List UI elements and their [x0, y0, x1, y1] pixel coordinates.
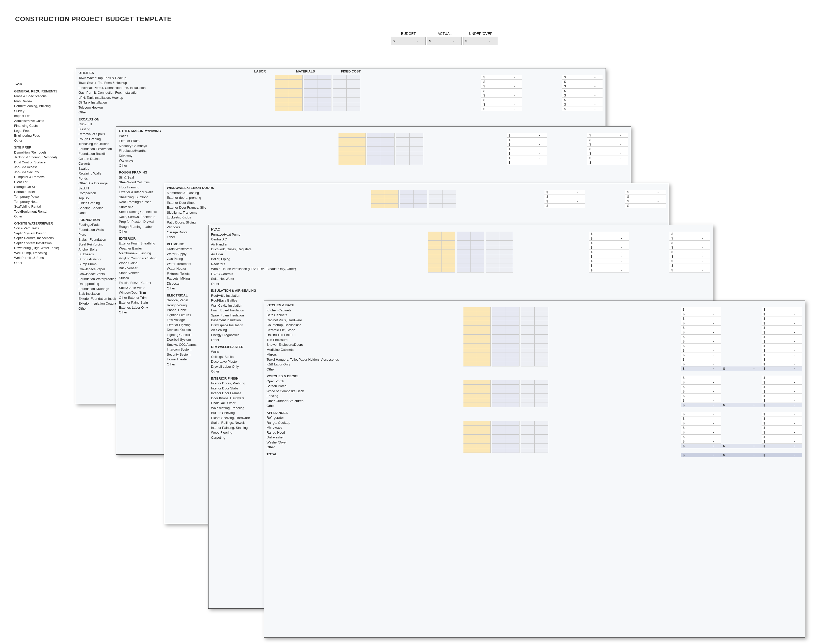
input-row[interactable] [338, 133, 423, 138]
input-row[interactable] [463, 430, 548, 435]
underover-cell[interactable]: $- [625, 199, 666, 204]
input-row[interactable] [428, 236, 513, 241]
underover-cell[interactable]: $- [669, 263, 710, 268]
underover-cell[interactable]: $- [562, 102, 603, 107]
input-row[interactable] [463, 316, 548, 321]
underover-cell[interactable]: $- [762, 421, 802, 425]
budget-cell[interactable]: $- [681, 398, 721, 403]
budget-cell[interactable]: $- [681, 339, 721, 344]
budget-cell[interactable]: $- [681, 380, 721, 385]
input-row[interactable] [463, 394, 548, 398]
input-row[interactable] [463, 335, 548, 339]
input-row[interactable] [463, 325, 548, 330]
input-row[interactable] [463, 339, 548, 344]
underover-cell[interactable]: $- [562, 89, 603, 93]
underover-cell[interactable]: $- [762, 321, 802, 325]
underover-cell[interactable]: $- [762, 430, 802, 435]
budget-cell[interactable]: $- [681, 308, 721, 312]
underover-cell[interactable]: $- [762, 394, 802, 398]
underover-cell[interactable]: $- [669, 259, 710, 263]
input-row[interactable] [428, 245, 513, 250]
underover-cell[interactable]: $- [625, 190, 666, 195]
underover-cell[interactable]: $- [762, 412, 802, 417]
input-row[interactable] [463, 344, 548, 348]
input-row[interactable] [463, 444, 548, 448]
input-row[interactable] [275, 75, 360, 80]
budget-cell[interactable]: $- [507, 138, 547, 142]
budget-cell[interactable]: $- [681, 375, 721, 380]
budget-cell[interactable]: $- [681, 430, 721, 435]
underover-cell[interactable]: $- [762, 312, 802, 316]
underover-cell[interactable]: $- [762, 417, 802, 421]
input-row[interactable] [275, 80, 360, 84]
underover-cell[interactable]: $- [669, 241, 710, 245]
input-row[interactable] [428, 263, 513, 268]
budget-cell[interactable]: $- [481, 102, 522, 107]
summary-budget-value[interactable]: $- [391, 37, 426, 45]
budget-cell[interactable]: $- [681, 435, 721, 439]
budget-cell[interactable]: $- [507, 142, 547, 147]
input-row[interactable] [338, 156, 423, 160]
input-row[interactable] [275, 89, 360, 93]
input-row[interactable] [463, 403, 548, 407]
input-row[interactable] [463, 357, 548, 362]
underover-cell[interactable]: $- [762, 389, 802, 394]
budget-cell[interactable]: $- [589, 268, 629, 272]
budget-cell[interactable]: $- [589, 241, 629, 245]
budget-cell[interactable]: $- [589, 254, 629, 259]
underover-cell[interactable]: $- [762, 348, 802, 353]
underover-cell[interactable]: $- [762, 375, 802, 380]
budget-cell[interactable]: $- [507, 160, 547, 165]
input-row[interactable] [463, 425, 548, 430]
underover-cell[interactable]: $- [762, 330, 802, 335]
underover-cell[interactable]: $- [562, 98, 603, 102]
budget-cell[interactable]: $- [681, 425, 721, 430]
budget-cell[interactable]: $- [681, 330, 721, 335]
input-row[interactable] [463, 362, 548, 367]
budget-cell[interactable]: $- [681, 417, 721, 421]
input-row[interactable] [275, 102, 360, 107]
input-row[interactable] [463, 398, 548, 403]
summary-actual-value[interactable]: $- [427, 37, 462, 45]
input-row[interactable] [338, 142, 423, 147]
underover-cell[interactable]: $- [562, 84, 603, 89]
underover-cell[interactable]: $- [587, 133, 628, 138]
input-row[interactable] [428, 268, 513, 272]
budget-cell[interactable]: $- [681, 348, 721, 353]
budget-cell[interactable]: $- [589, 259, 629, 263]
underover-cell[interactable]: $- [762, 385, 802, 389]
budget-cell[interactable]: $- [507, 133, 547, 138]
budget-cell[interactable]: $- [681, 421, 721, 425]
budget-cell[interactable]: $- [681, 312, 721, 316]
underover-cell[interactable]: $- [762, 357, 802, 362]
underover-cell[interactable]: $- [587, 156, 628, 160]
input-row[interactable] [371, 199, 456, 204]
budget-cell[interactable]: $- [481, 84, 522, 89]
input-row[interactable] [463, 321, 548, 325]
budget-cell[interactable]: $- [681, 335, 721, 339]
budget-cell[interactable]: $- [507, 151, 547, 156]
underover-cell[interactable]: $- [762, 344, 802, 348]
budget-cell[interactable]: $- [589, 250, 629, 254]
budget-cell[interactable]: $- [545, 190, 585, 195]
input-row[interactable] [463, 308, 548, 312]
underover-cell[interactable]: $- [562, 75, 603, 80]
underover-cell[interactable]: $- [669, 245, 710, 250]
budget-cell[interactable]: $- [681, 353, 721, 357]
budget-cell[interactable]: $- [681, 321, 721, 325]
input-row[interactable] [371, 204, 456, 208]
budget-cell[interactable]: $- [589, 245, 629, 250]
budget-cell[interactable]: $- [681, 357, 721, 362]
underover-cell[interactable]: $- [669, 236, 710, 241]
budget-cell[interactable]: $- [481, 98, 522, 102]
underover-cell[interactable]: $- [562, 93, 603, 98]
budget-cell[interactable]: $- [681, 439, 721, 444]
underover-cell[interactable]: $- [669, 232, 710, 236]
underover-cell[interactable]: $- [669, 268, 710, 272]
input-row[interactable] [463, 330, 548, 335]
underover-cell[interactable]: $- [562, 107, 603, 111]
underover-cell[interactable]: $- [587, 151, 628, 156]
underover-cell[interactable]: $- [762, 425, 802, 430]
budget-cell[interactable]: $- [589, 232, 629, 236]
input-row[interactable] [428, 241, 513, 245]
